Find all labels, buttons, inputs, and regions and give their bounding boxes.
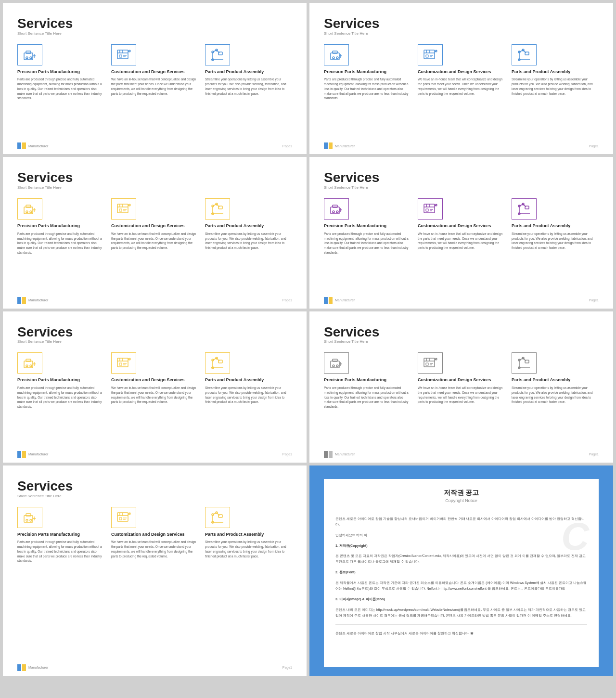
footer-page-4: Page1: [589, 298, 599, 302]
slide-footer-2: Manufacturer Page1: [324, 142, 599, 149]
machine-icon-6: [329, 355, 344, 371]
logo-icon-3: [17, 297, 26, 304]
copyright-slide: 저작권 공고 Copyright Notice 콘텐츠 새로운 아이디어로 창업…: [309, 465, 613, 676]
assembly-icon-box-1: [205, 44, 230, 65]
service-manufacturing-5: Precision Parts Manufacturing Parts are …: [17, 352, 104, 409]
service-title-6: Precision Parts Manufacturing: [324, 377, 411, 383]
assembly-icon-4: [516, 201, 532, 217]
machine-icon-5: [22, 355, 38, 371]
service-assembly-2: Parts and Product Assembly Streamline yo…: [512, 44, 599, 101]
slide-3: Services Short Sentence Title Here Preci…: [3, 157, 307, 308]
service-design-title-7: Customization and Design Services: [111, 532, 198, 538]
service-manufacturing-4: Precision Parts Manufacturing Parts are …: [324, 198, 411, 255]
design-icon-box-2: [418, 44, 443, 65]
assembly-icon-7: [210, 510, 225, 525]
service-desc-4: Parts are produced through precise and f…: [324, 232, 411, 255]
footer-logo-2: Manufacturer: [324, 142, 355, 149]
slide-subtitle-7: Short Sentence Title Here: [17, 494, 292, 498]
machine-icon-box-5: [17, 352, 42, 374]
footer-logo-4: Manufacturer: [324, 297, 355, 304]
machine-icon-box-3: [17, 198, 42, 220]
machine-icon-3: [22, 201, 38, 217]
service-design-desc-7: We have an in-house team that will conce…: [111, 540, 198, 558]
machine-icon-box-1: [17, 44, 42, 65]
service-design-3: Customization and Design Services We hav…: [111, 198, 198, 255]
service-manufacturing-2: Precision Parts Manufacturing Parts are …: [324, 44, 411, 101]
copyright-section1-body: 본 콘텐츠 및 모든 자료의 저작권은 작업자(Creator/Author/C…: [335, 553, 587, 565]
assembly-icon-5: [210, 355, 225, 371]
copyright-section3-body: 콘텐츠 내의 모든 이미지는 http://mock-up/wordpress/…: [335, 607, 587, 619]
service-design-desc-3: We have an in-house team that will conce…: [111, 232, 198, 250]
footer-page-3: Page1: [282, 298, 292, 302]
footer-page-6: Page1: [589, 452, 599, 456]
footer-page-2: Page1: [589, 144, 599, 148]
machine-icon-1: [22, 47, 38, 63]
service-desc-2: Parts are produced through precise and f…: [324, 77, 411, 101]
assembly-icon-1: [210, 47, 225, 63]
service-assembly-desc-2: Streamline your operations by letting us…: [512, 77, 599, 96]
design-icon-6: [423, 355, 438, 371]
service-design-title-4: Customization and Design Services: [418, 223, 505, 229]
service-assembly-title-3: Parts and Product Assembly: [205, 223, 292, 229]
service-assembly-desc-3: Streamline your operations by letting us…: [205, 232, 292, 250]
design-icon-4: [423, 201, 438, 217]
service-title-7: Precision Parts Manufacturing: [17, 532, 104, 538]
service-assembly-4: Parts and Product Assembly Streamline yo…: [512, 198, 599, 255]
slide-subtitle-4: Short Sentence Title Here: [324, 185, 599, 190]
service-design-1: Customization and Design Services We hav…: [111, 44, 198, 101]
service-assembly-title-4: Parts and Product Assembly: [512, 223, 599, 229]
slide-5: Services Short Sentence Title Here Preci…: [3, 311, 307, 463]
assembly-icon-box-6: [512, 352, 537, 374]
assembly-icon-box-4: [512, 198, 537, 220]
logo-icon-7: [17, 664, 26, 671]
logo-icon-1: [17, 142, 26, 149]
slide-subtitle-3: Short Sentence Title Here: [17, 185, 292, 190]
service-manufacturing-1: Precision Parts Manufacturing Parts are …: [17, 44, 104, 101]
footer-logo-text-7: Manufacturer: [28, 666, 48, 669]
service-title-1: Precision Parts Manufacturing: [17, 69, 104, 75]
service-desc-6: Parts are produced through precise and f…: [324, 386, 411, 409]
slide-subtitle-5: Short Sentence Title Here: [17, 339, 292, 344]
copyright-divider: [335, 510, 587, 510]
copyright-section3-title: 3. 이미지(Image) & 아이콘(Icon): [335, 596, 587, 602]
footer-logo-5: Manufacturer: [17, 451, 48, 458]
service-assembly-title-1: Parts and Product Assembly: [205, 69, 292, 75]
footer-logo-1: Manufacturer: [17, 142, 48, 149]
service-assembly-title-5: Parts and Product Assembly: [205, 377, 292, 383]
assembly-icon-6: [516, 355, 532, 371]
service-title-2: Precision Parts Manufacturing: [324, 69, 411, 75]
footer-page-5: Page1: [282, 452, 292, 456]
design-icon-box-1: [111, 44, 136, 65]
footer-logo-7: Manufacturer: [17, 664, 48, 671]
slide-footer-7: Manufacturer Page1: [17, 664, 292, 671]
logo-icon-2: [324, 142, 333, 149]
footer-logo-3: Manufacturer: [17, 297, 48, 304]
slide-1: Services Short Sentence Title Here Preci…: [3, 3, 307, 154]
slide-title-4: Services: [324, 170, 599, 185]
service-design-desc-1: We have an in-house team that will conce…: [111, 77, 198, 96]
copyright-body1: 콘텐츠 새로운 아이디어로 창업 기술을 향상시켜 요새버림이거 비이거버리 한…: [335, 516, 587, 528]
assembly-icon-3: [210, 201, 225, 217]
service-design-title-5: Customization and Design Services: [111, 377, 198, 383]
machine-icon-box-6: [324, 352, 349, 374]
design-icon-5: [116, 355, 131, 371]
copyright-divider-2: [335, 624, 587, 625]
machine-icon-box-4: [324, 198, 349, 220]
design-icon-box-7: [111, 507, 136, 528]
service-design-desc-4: We have an in-house team that will conce…: [418, 232, 505, 250]
service-title-5: Precision Parts Manufacturing: [17, 377, 104, 383]
machine-icon-7: [22, 510, 38, 525]
footer-page-1: Page1: [282, 144, 292, 148]
service-design-2: Customization and Design Services We hav…: [418, 44, 505, 101]
assembly-icon-box-3: [205, 198, 230, 220]
machine-icon-2: [329, 47, 344, 63]
slide-footer-4: Manufacturer Page1: [324, 297, 599, 304]
service-design-title-1: Customization and Design Services: [111, 69, 198, 75]
service-manufacturing-6: Precision Parts Manufacturing Parts are …: [324, 352, 411, 409]
logo-icon-6: [324, 451, 333, 458]
service-assembly-1: Parts and Product Assembly Streamline yo…: [205, 44, 292, 101]
footer-logo-text-4: Manufacturer: [335, 298, 355, 302]
slide-6: Services Short Sentence Title Here Preci…: [309, 311, 613, 463]
service-desc-3: Parts are produced through precise and f…: [17, 232, 104, 255]
service-design-7: Customization and Design Services We hav…: [111, 507, 198, 563]
